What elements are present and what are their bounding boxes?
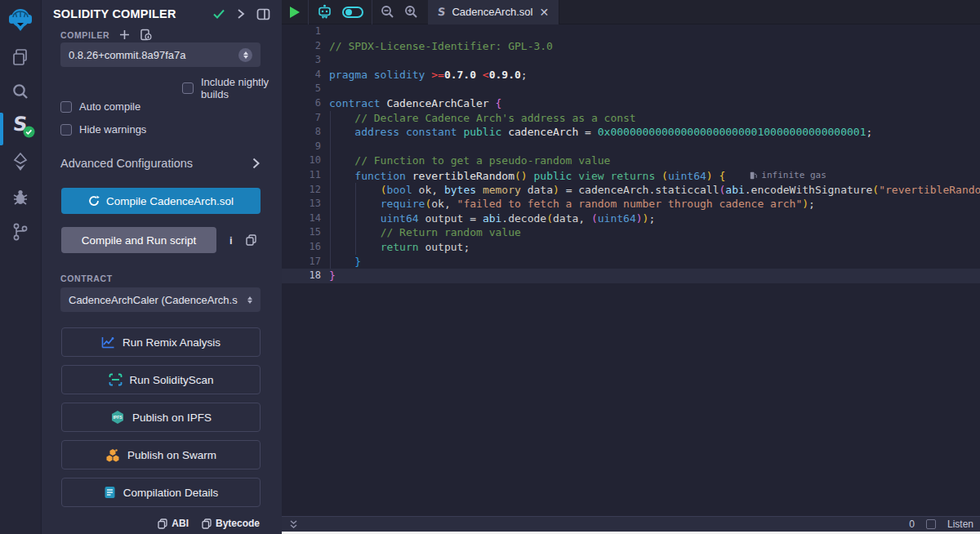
- tab-cadencearch-sol[interactable]: S CadenceArch.sol ✕: [428, 0, 559, 24]
- code-text: return output;: [329, 240, 470, 255]
- code-line[interactable]: 15 // Return random value: [282, 225, 980, 240]
- run-script-button[interactable]: [290, 7, 300, 18]
- abi-label: ABI: [172, 518, 189, 529]
- hide-warnings-row: Hide warnings: [60, 123, 146, 136]
- terminal-right-controls: 0 Listen: [909, 518, 973, 530]
- line-number: 10: [282, 154, 321, 168]
- line-number: 12: [282, 183, 321, 198]
- code-line[interactable]: 2// SPDX-License-Identifier: GPL-3.0: [282, 39, 980, 54]
- deploy-run-icon: [11, 152, 30, 173]
- line-number: 13: [282, 197, 321, 211]
- info-icon[interactable]: i: [229, 234, 233, 247]
- run-remix-analysis-button[interactable]: Run Remix Analysis: [61, 327, 261, 357]
- scan-icon: [109, 373, 122, 386]
- compiler-version-select[interactable]: 0.8.26+commit.8a97fa7a: [60, 42, 261, 67]
- details-doc-icon: [104, 486, 116, 499]
- compilation-details-label: Compilation Details: [123, 487, 218, 499]
- code-text: // SPDX-License-Identifier: GPL-3.0: [329, 39, 553, 54]
- split-panel-icon: [256, 8, 270, 20]
- line-number: 15: [282, 225, 321, 240]
- code-line[interactable]: 13 require(ok, "failed to fetch a random…: [282, 197, 980, 211]
- remix-logo[interactable]: [0, 5, 41, 34]
- tab-close-icon[interactable]: ✕: [539, 7, 549, 18]
- ai-copilot-toggle[interactable]: [342, 7, 363, 18]
- code-line[interactable]: 17 }: [282, 255, 980, 269]
- terminal-bar: 0 Listen: [282, 516, 980, 532]
- sidebar-item-git[interactable]: [0, 222, 41, 242]
- contract-select[interactable]: CadenceArchCaler (CadenceArch.s: [60, 287, 261, 312]
- copy-abi-button[interactable]: ABI: [158, 518, 189, 529]
- sidebar-item-debugger[interactable]: [0, 188, 41, 207]
- add-compiler-icon[interactable]: [119, 29, 130, 40]
- code-line[interactable]: 9: [282, 140, 980, 154]
- refresh-icon: [88, 195, 100, 207]
- code-lines: 12// SPDX-License-Identifier: GPL-3.034p…: [282, 24, 980, 283]
- sidebar-item-file-explorer[interactable]: [0, 47, 41, 67]
- terminal-expand-icon[interactable]: [288, 519, 299, 530]
- nightly-builds-checkbox[interactable]: [182, 82, 194, 94]
- code-line[interactable]: 16 return output;: [282, 240, 980, 255]
- advanced-configurations-toggle[interactable]: Advanced Configurations: [60, 157, 260, 170]
- remix-ai-robot-icon[interactable]: [317, 4, 332, 20]
- zoom-out-icon[interactable]: [381, 5, 394, 19]
- listen-transactions-checkbox[interactable]: [926, 519, 936, 529]
- code-line[interactable]: 8 address constant public cadenceArch = …: [282, 125, 980, 140]
- code-line[interactable]: 4pragma solidity >=0.7.0 <0.9.0;: [282, 68, 980, 82]
- auto-compile-checkbox[interactable]: [60, 101, 72, 113]
- compile-success-badge: [23, 126, 35, 138]
- chevron-right-icon: [252, 158, 260, 169]
- compiler-label: COMPILER: [60, 30, 109, 40]
- code-line[interactable]: 12 (bool ok, bytes memory data) = cadenc…: [282, 183, 980, 198]
- publish-ipfs-button[interactable]: IPFS Publish on IPFS: [61, 403, 261, 432]
- pin-panel-button[interactable]: [256, 8, 270, 20]
- run-group: [282, 0, 309, 24]
- compiler-section-header: COMPILER: [60, 29, 152, 41]
- code-line[interactable]: 6contract CadenceArchCaler {: [282, 96, 980, 111]
- zoom-in-icon[interactable]: [404, 5, 418, 19]
- run-solidityscan-label: Run SolidityScan: [130, 374, 214, 386]
- code-line[interactable]: 11 function revertibleRandom() public vi…: [282, 168, 980, 183]
- code-line[interactable]: 3: [282, 53, 980, 68]
- sidebar-item-deploy-run[interactable]: [0, 152, 41, 173]
- line-number: 5: [282, 82, 321, 96]
- code-text: (bool ok, bytes memory data) = cadenceAr…: [329, 183, 980, 198]
- code-line[interactable]: 7 // Declare Cadence Arch's address as a…: [282, 111, 980, 126]
- compile-button-label: Compile CadenceArch.sol: [106, 195, 234, 207]
- svg-text:IPFS: IPFS: [114, 415, 123, 420]
- auto-compile-row: Auto compile: [60, 100, 140, 113]
- hide-warnings-checkbox[interactable]: [60, 124, 72, 136]
- analysis-chart-icon: [101, 336, 115, 349]
- code-line[interactable]: 1: [282, 24, 980, 39]
- code-line[interactable]: 5: [282, 82, 980, 96]
- copy-icon[interactable]: [246, 234, 256, 246]
- sidebar-item-solidity-compiler[interactable]: S: [0, 113, 41, 136]
- publish-swarm-label: Publish on Swarm: [127, 449, 216, 461]
- code-line[interactable]: 14 uint64 output = abi.decode(data, (uin…: [282, 211, 980, 226]
- code-text: // Function to get a pseudo-random value: [329, 154, 610, 168]
- load-compiler-file-icon[interactable]: [140, 29, 152, 41]
- solidity-file-icon: S: [437, 6, 446, 18]
- run-solidityscan-button[interactable]: Run SolidityScan: [61, 365, 261, 394]
- sidebar-item-search[interactable]: [0, 82, 41, 101]
- advanced-configurations-label: Advanced Configurations: [60, 157, 252, 170]
- compile-button[interactable]: Compile CadenceArch.sol: [61, 188, 261, 214]
- line-number: 1: [282, 24, 321, 39]
- compilation-details-button[interactable]: Compilation Details: [61, 478, 261, 507]
- code-text: // Return random value: [329, 225, 521, 240]
- copy-bytecode-button[interactable]: Bytecode: [202, 518, 260, 529]
- run-remix-analysis-label: Run Remix Analysis: [122, 336, 220, 349]
- contract-selected-value: CadenceArchCaler (CadenceArch.s: [69, 294, 238, 306]
- code-line[interactable]: 10 // Function to get a pseudo-random va…: [282, 154, 980, 168]
- compile-run-script-button[interactable]: Compile and Run script: [61, 227, 216, 253]
- nightly-builds-row: Include nightly builds: [182, 76, 282, 100]
- panel-forward-button[interactable]: [237, 8, 245, 20]
- auto-compile-label: Auto compile: [79, 100, 140, 113]
- gas-pump-icon: [750, 171, 757, 180]
- publish-swarm-button[interactable]: Publish on Swarm: [61, 440, 261, 469]
- copy-icon: [158, 518, 167, 529]
- line-number: 9: [282, 140, 321, 154]
- zoom-group: [372, 0, 426, 24]
- code-line[interactable]: 18}: [282, 269, 980, 283]
- line-number: 2: [282, 39, 321, 54]
- code-area[interactable]: 12// SPDX-License-Identifier: GPL-3.034p…: [282, 24, 980, 516]
